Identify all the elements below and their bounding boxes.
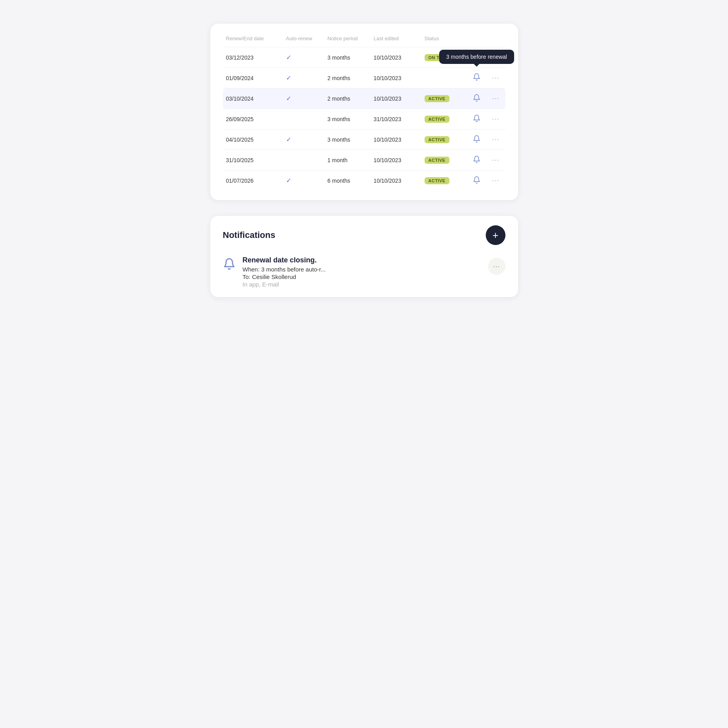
check-icon: ✓ [286, 95, 291, 102]
cell-edited: 10/10/2023 [371, 88, 421, 109]
cell-status: ACTIVE [421, 150, 468, 170]
cell-auto-renew: ✓ [283, 68, 324, 88]
status-badge: ACTIVE [425, 95, 449, 102]
cell-notice: 2 months [324, 68, 371, 88]
row-menu-button[interactable]: ··· [490, 176, 501, 185]
notifications-title: Notifications [223, 230, 275, 240]
cell-auto-renew [283, 150, 324, 170]
bell-active-icon[interactable] [473, 138, 481, 144]
cell-dots: ··· [486, 68, 505, 88]
status-badge: ACTIVE [425, 177, 449, 184]
bell-active-icon[interactable] [473, 117, 481, 124]
notifications-card: Notifications + Renewal date closing. Wh… [210, 216, 518, 297]
cell-edited: 31/10/2023 [371, 109, 421, 129]
cell-auto-renew: ✓ [283, 88, 324, 109]
notification-when: When: 3 months before auto-r... [243, 266, 481, 273]
bell-muted-icon[interactable] [473, 56, 481, 62]
header-status: Status [421, 33, 468, 47]
cell-status: ACTIVE [421, 170, 468, 191]
row-menu-button[interactable]: ··· [490, 155, 501, 165]
check-icon: ✓ [286, 177, 291, 184]
cell-status: ACTIVE [421, 109, 468, 129]
status-badge: ACTIVE [425, 116, 449, 123]
status-badge: ON TRIAL [425, 54, 455, 61]
status-badge: ACTIVE [425, 136, 449, 143]
cell-auto-renew: ✓ [283, 47, 324, 68]
check-icon: ✓ [286, 54, 291, 61]
contract-table: Renew/End date Auto-renew Notice period … [223, 33, 505, 191]
cell-status: ACTIVE [421, 129, 468, 150]
check-icon: ✓ [286, 136, 291, 143]
notifications-header: Notifications + [223, 225, 505, 245]
table-row: 03/10/2024✓2 months10/10/2023ACTIVE··· [223, 88, 505, 109]
cell-date: 01/09/2024 [223, 68, 283, 88]
cell-dots: ··· [486, 109, 505, 129]
cell-notice: 2 months [324, 88, 371, 109]
header-notice: Notice period [324, 33, 371, 47]
cell-bell: 3 months before renewal [468, 68, 486, 88]
row-menu-button[interactable]: ··· [490, 114, 501, 124]
bell-active-icon[interactable] [473, 158, 481, 165]
cell-dots: ··· [486, 150, 505, 170]
cell-bell [468, 109, 486, 129]
svg-line-0 [473, 53, 480, 60]
table-row: 04/10/2025✓3 months10/10/2023ACTIVE··· [223, 129, 505, 150]
cell-date: 03/10/2024 [223, 88, 283, 109]
cell-notice: 3 months [324, 47, 371, 68]
cell-edited: 10/10/2023 [371, 170, 421, 191]
check-icon: ✓ [286, 75, 291, 81]
header-auto-renew: Auto-renew [283, 33, 324, 47]
notification-bell-icon [223, 258, 236, 273]
header-edited: Last edited [371, 33, 421, 47]
contracts-table-card: Renew/End date Auto-renew Notice period … [210, 24, 518, 200]
header-date: Renew/End date [223, 33, 283, 47]
table-row: 01/09/2024✓2 months10/10/20233 months be… [223, 68, 505, 88]
notification-content: Renewal date closing. When: 3 months bef… [243, 256, 481, 288]
cell-edited: 10/10/2023 [371, 47, 421, 68]
cell-bell [468, 170, 486, 191]
cell-status [421, 68, 468, 88]
notification-title: Renewal date closing. [243, 256, 481, 264]
cell-status: ON TRIAL [421, 47, 468, 68]
cell-dots: ··· [486, 47, 505, 68]
cell-date: 01/07/2026 [223, 170, 283, 191]
cell-date: 31/10/2025 [223, 150, 283, 170]
notification-to: To: Cesilie Skollerud [243, 273, 481, 280]
cell-date: 04/10/2025 [223, 129, 283, 150]
table-row: 26/09/20253 months31/10/2023ACTIVE··· [223, 109, 505, 129]
cell-auto-renew: ✓ [283, 170, 324, 191]
cell-edited: 10/10/2023 [371, 68, 421, 88]
cell-bell [468, 150, 486, 170]
cell-notice: 1 month [324, 150, 371, 170]
row-menu-button[interactable]: ··· [490, 94, 501, 103]
cell-notice: 3 months [324, 109, 371, 129]
row-menu-button[interactable]: ··· [490, 52, 501, 62]
notification-channels: In app, E-mail [243, 281, 481, 288]
cell-dots: ··· [486, 129, 505, 150]
cell-dots: ··· [486, 88, 505, 109]
cell-auto-renew: ✓ [283, 129, 324, 150]
cell-bell [468, 88, 486, 109]
cell-edited: 10/10/2023 [371, 129, 421, 150]
table-row: 01/07/2026✓6 months10/10/2023ACTIVE··· [223, 170, 505, 191]
table-row: 31/10/20251 month10/10/2023ACTIVE··· [223, 150, 505, 170]
table-row: 03/12/2023✓3 months10/10/2023ON TRIAL··· [223, 47, 505, 68]
notification-menu-button[interactable]: ··· [488, 258, 505, 275]
cell-bell [468, 129, 486, 150]
status-badge: ACTIVE [425, 157, 449, 164]
cell-auto-renew [283, 109, 324, 129]
cell-notice: 6 months [324, 170, 371, 191]
bell-active-icon[interactable] [473, 179, 481, 185]
bell-active-icon[interactable] [473, 97, 481, 103]
header-dots-spacer [486, 33, 505, 47]
cell-edited: 10/10/2023 [371, 150, 421, 170]
notification-item: Renewal date closing. When: 3 months bef… [223, 256, 505, 288]
bell-icon[interactable] [473, 75, 481, 82]
cell-dots: ··· [486, 170, 505, 191]
row-menu-button[interactable]: ··· [490, 73, 501, 83]
row-menu-button[interactable]: ··· [490, 135, 501, 144]
header-bell-spacer [468, 33, 486, 47]
cell-notice: 3 months [324, 129, 371, 150]
cell-status: ACTIVE [421, 88, 468, 109]
add-notification-button[interactable]: + [486, 225, 505, 245]
